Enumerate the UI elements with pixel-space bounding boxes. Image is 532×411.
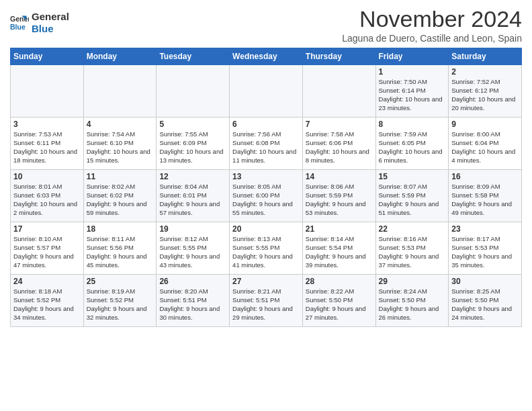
day-info: Sunrise: 8:05 AM Sunset: 6:00 PM Dayligh…: [232, 183, 300, 217]
calendar-week-1: 1Sunrise: 7:50 AM Sunset: 6:14 PM Daylig…: [11, 65, 522, 118]
day-number: 24: [13, 277, 81, 286]
day-info: Sunrise: 7:55 AM Sunset: 6:09 PM Dayligh…: [159, 130, 226, 165]
day-info: Sunrise: 8:13 AM Sunset: 5:55 PM Dayligh…: [232, 235, 300, 269]
day-info: Sunrise: 7:59 AM Sunset: 6:05 PM Dayligh…: [379, 130, 446, 165]
location-subtitle: Laguna de Duero, Castille and Leon, Spai…: [342, 33, 522, 44]
day-number: 18: [87, 224, 154, 234]
day-info: Sunrise: 8:25 AM Sunset: 5:50 PM Dayligh…: [451, 287, 519, 322]
day-number: 13: [232, 172, 300, 181]
day-number: 29: [379, 277, 446, 286]
calendar-cell: 25Sunrise: 8:19 AM Sunset: 5:52 PM Dayli…: [83, 275, 157, 327]
calendar-cell: 13Sunrise: 8:05 AM Sunset: 6:00 PM Dayli…: [230, 170, 303, 222]
day-info: Sunrise: 8:22 AM Sunset: 5:50 PM Dayligh…: [306, 287, 373, 322]
day-info: Sunrise: 8:04 AM Sunset: 6:01 PM Dayligh…: [159, 183, 226, 217]
day-number: 3: [13, 120, 81, 129]
day-info: Sunrise: 8:09 AM Sunset: 5:58 PM Dayligh…: [451, 183, 519, 217]
day-info: Sunrise: 8:18 AM Sunset: 5:52 PM Dayligh…: [13, 287, 81, 322]
day-number: 1: [379, 67, 446, 77]
day-info: Sunrise: 8:21 AM Sunset: 5:51 PM Dayligh…: [232, 287, 300, 322]
calendar-week-3: 10Sunrise: 8:01 AM Sunset: 6:03 PM Dayli…: [11, 170, 522, 222]
day-info: Sunrise: 8:11 AM Sunset: 5:56 PM Dayligh…: [87, 235, 154, 269]
calendar-cell: 15Sunrise: 8:07 AM Sunset: 5:59 PM Dayli…: [375, 170, 449, 222]
calendar-cell: 10Sunrise: 8:01 AM Sunset: 6:03 PM Dayli…: [11, 170, 84, 222]
calendar-cell: [230, 65, 303, 118]
day-info: Sunrise: 7:54 AM Sunset: 6:10 PM Dayligh…: [87, 130, 154, 165]
logo-icon: General Blue: [10, 13, 29, 32]
day-number: 17: [13, 224, 81, 234]
day-number: 8: [379, 120, 446, 129]
calendar-cell: 30Sunrise: 8:25 AM Sunset: 5:50 PM Dayli…: [449, 275, 522, 327]
day-number: 19: [159, 224, 226, 234]
weekday-header-friday: Friday: [375, 48, 449, 65]
weekday-header-row: SundayMondayTuesdayWednesdayThursdayFrid…: [11, 48, 522, 65]
weekday-header-saturday: Saturday: [449, 48, 522, 65]
calendar-cell: 6Sunrise: 7:56 AM Sunset: 6:08 PM Daylig…: [230, 118, 303, 170]
day-number: 7: [306, 120, 373, 129]
calendar-cell: 28Sunrise: 8:22 AM Sunset: 5:50 PM Dayli…: [302, 275, 375, 327]
day-info: Sunrise: 8:10 AM Sunset: 5:57 PM Dayligh…: [13, 235, 81, 269]
calendar-cell: [11, 65, 84, 118]
day-number: 25: [87, 277, 154, 286]
calendar-cell: 16Sunrise: 8:09 AM Sunset: 5:58 PM Dayli…: [449, 170, 522, 222]
calendar-cell: 3Sunrise: 7:53 AM Sunset: 6:11 PM Daylig…: [11, 118, 84, 170]
day-info: Sunrise: 8:12 AM Sunset: 5:55 PM Dayligh…: [159, 235, 226, 269]
day-number: 20: [232, 224, 300, 234]
calendar-cell: 18Sunrise: 8:11 AM Sunset: 5:56 PM Dayli…: [83, 222, 157, 275]
calendar-week-4: 17Sunrise: 8:10 AM Sunset: 5:57 PM Dayli…: [11, 222, 522, 275]
calendar-cell: 26Sunrise: 8:20 AM Sunset: 5:51 PM Dayli…: [157, 275, 230, 327]
calendar-cell: 24Sunrise: 8:18 AM Sunset: 5:52 PM Dayli…: [11, 275, 84, 327]
day-info: Sunrise: 8:06 AM Sunset: 5:59 PM Dayligh…: [306, 183, 373, 217]
day-info: Sunrise: 8:24 AM Sunset: 5:50 PM Dayligh…: [379, 287, 446, 322]
calendar-cell: 22Sunrise: 8:16 AM Sunset: 5:53 PM Dayli…: [375, 222, 449, 275]
calendar-cell: 9Sunrise: 8:00 AM Sunset: 6:04 PM Daylig…: [449, 118, 522, 170]
day-info: Sunrise: 8:16 AM Sunset: 5:53 PM Dayligh…: [379, 235, 446, 269]
weekday-header-wednesday: Wednesday: [230, 48, 303, 65]
calendar-cell: 27Sunrise: 8:21 AM Sunset: 5:51 PM Dayli…: [230, 275, 303, 327]
day-info: Sunrise: 8:14 AM Sunset: 5:54 PM Dayligh…: [306, 235, 373, 269]
day-info: Sunrise: 8:17 AM Sunset: 5:53 PM Dayligh…: [451, 235, 519, 269]
day-info: Sunrise: 7:52 AM Sunset: 6:12 PM Dayligh…: [451, 78, 519, 112]
calendar-cell: 1Sunrise: 7:50 AM Sunset: 6:14 PM Daylig…: [375, 65, 449, 118]
calendar-cell: 23Sunrise: 8:17 AM Sunset: 5:53 PM Dayli…: [449, 222, 522, 275]
day-number: 5: [159, 120, 226, 129]
calendar-cell: [83, 65, 157, 118]
calendar-cell: 12Sunrise: 8:04 AM Sunset: 6:01 PM Dayli…: [157, 170, 230, 222]
calendar-cell: 20Sunrise: 8:13 AM Sunset: 5:55 PM Dayli…: [230, 222, 303, 275]
title-block: November 2024 Laguna de Duero, Castille …: [342, 7, 522, 44]
weekday-header-monday: Monday: [83, 48, 157, 65]
day-number: 11: [87, 172, 154, 181]
calendar-cell: 14Sunrise: 8:06 AM Sunset: 5:59 PM Dayli…: [302, 170, 375, 222]
day-number: 10: [13, 172, 81, 181]
weekday-header-sunday: Sunday: [11, 48, 84, 65]
logo-text-line2: Blue: [32, 23, 69, 35]
day-info: Sunrise: 7:56 AM Sunset: 6:08 PM Dayligh…: [232, 130, 300, 165]
calendar-cell: [302, 65, 375, 118]
calendar-cell: 4Sunrise: 7:54 AM Sunset: 6:10 PM Daylig…: [83, 118, 157, 170]
day-number: 30: [451, 277, 519, 286]
day-number: 2: [451, 67, 519, 77]
day-info: Sunrise: 7:50 AM Sunset: 6:14 PM Dayligh…: [379, 78, 446, 112]
calendar-cell: 17Sunrise: 8:10 AM Sunset: 5:57 PM Dayli…: [11, 222, 84, 275]
calendar-cell: 7Sunrise: 7:58 AM Sunset: 6:06 PM Daylig…: [302, 118, 375, 170]
calendar-cell: 19Sunrise: 8:12 AM Sunset: 5:55 PM Dayli…: [157, 222, 230, 275]
calendar-cell: 2Sunrise: 7:52 AM Sunset: 6:12 PM Daylig…: [449, 65, 522, 118]
day-info: Sunrise: 8:02 AM Sunset: 6:02 PM Dayligh…: [87, 183, 154, 217]
day-number: 27: [232, 277, 300, 286]
day-info: Sunrise: 8:01 AM Sunset: 6:03 PM Dayligh…: [13, 183, 81, 217]
day-number: 6: [232, 120, 300, 129]
calendar-cell: 8Sunrise: 7:59 AM Sunset: 6:05 PM Daylig…: [375, 118, 449, 170]
day-number: 4: [87, 120, 154, 129]
calendar-table: SundayMondayTuesdayWednesdayThursdayFrid…: [10, 48, 522, 327]
day-number: 28: [306, 277, 373, 286]
calendar-cell: 11Sunrise: 8:02 AM Sunset: 6:02 PM Dayli…: [83, 170, 157, 222]
weekday-header-tuesday: Tuesday: [157, 48, 230, 65]
page-header: General Blue General Blue November 2024 …: [10, 7, 522, 44]
day-number: 12: [159, 172, 226, 181]
logo-text-line1: General: [32, 11, 69, 23]
day-number: 16: [451, 172, 519, 181]
calendar-week-2: 3Sunrise: 7:53 AM Sunset: 6:11 PM Daylig…: [11, 118, 522, 170]
day-info: Sunrise: 8:20 AM Sunset: 5:51 PM Dayligh…: [159, 287, 226, 322]
svg-text:Blue: Blue: [10, 23, 26, 31]
calendar-cell: 5Sunrise: 7:55 AM Sunset: 6:09 PM Daylig…: [157, 118, 230, 170]
month-title: November 2024: [342, 7, 522, 32]
